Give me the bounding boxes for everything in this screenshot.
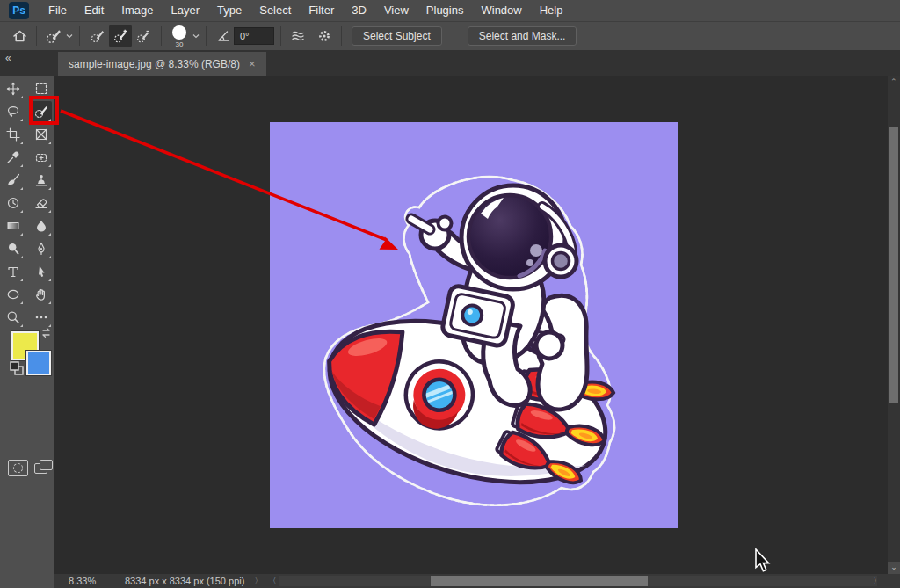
tool-gradient[interactable] — [3, 215, 24, 236]
blur-icon — [34, 219, 48, 233]
photoshop-window: Ps FileEditImageLayerTypeSelectFilter3DV… — [0, 0, 900, 588]
clone-stamp-icon — [34, 173, 48, 187]
crop-icon — [6, 127, 20, 142]
status-options-chevron-icon[interactable]: 〉 — [254, 574, 263, 588]
divider — [341, 26, 342, 46]
eraser-icon — [34, 196, 48, 210]
chevron-down-icon[interactable] — [66, 33, 73, 39]
ellipse-shape-icon — [6, 287, 20, 301]
mouse-cursor — [754, 548, 773, 573]
document-tab[interactable]: sample-image.jpg @ 8.33% (RGB/8) × — [58, 52, 266, 76]
tool-history-brush[interactable] — [3, 192, 24, 214]
tool-spot-healing[interactable] — [31, 147, 52, 168]
tool-type[interactable] — [3, 261, 24, 282]
tool-more-tools[interactable] — [31, 307, 52, 328]
tool-pen[interactable] — [31, 238, 52, 259]
scroll-down-icon[interactable]: ⌄ — [888, 562, 900, 574]
horizontal-scrollbar-thumb[interactable] — [431, 576, 648, 586]
document-image[interactable] — [270, 122, 678, 528]
tool-zoom[interactable] — [3, 307, 24, 328]
tool-ellipse-shape[interactable] — [3, 284, 24, 305]
brush-size-picker[interactable]: 30 — [168, 25, 191, 48]
screen-mode-icon — [40, 460, 53, 470]
angle-icon — [213, 25, 234, 47]
screen-mode-button[interactable] — [34, 460, 54, 476]
divider — [161, 26, 162, 46]
menu-plugins[interactable]: Plugins — [417, 0, 473, 21]
gear-icon[interactable] — [314, 25, 335, 47]
hand-icon — [34, 287, 48, 301]
tool-move[interactable] — [3, 78, 24, 99]
tool-highlight-box — [29, 96, 59, 125]
menu-items: FileEditImageLayerTypeSelectFilter3DView… — [40, 0, 571, 21]
tool-frame[interactable] — [31, 124, 52, 145]
zoom-icon — [6, 310, 20, 324]
menu-bar: Ps FileEditImageLayerTypeSelectFilter3DV… — [0, 0, 900, 21]
home-icon[interactable] — [9, 25, 30, 47]
type-icon — [6, 265, 20, 279]
more-tools-icon — [34, 310, 48, 324]
tool-clone-stamp[interactable] — [31, 170, 52, 191]
collapse-panel-icon[interactable]: « — [5, 52, 11, 64]
tool-dodge[interactable] — [3, 238, 24, 259]
menu-file[interactable]: File — [40, 0, 76, 21]
document-tab-bar: « sample-image.jpg @ 8.33% (RGB/8) × — [0, 50, 900, 76]
subtract-from-selection-mode-button[interactable] — [132, 25, 155, 47]
tool-lasso[interactable] — [3, 101, 24, 122]
add-to-selection-mode-button[interactable] — [109, 25, 132, 47]
menu-image[interactable]: Image — [112, 0, 162, 21]
astronaut-rocket-illustration — [270, 122, 678, 528]
history-brush-icon — [6, 196, 20, 210]
document-tab-title: sample-image.jpg @ 8.33% (RGB/8) — [69, 58, 240, 70]
quick-mask-circle-icon — [13, 463, 23, 473]
spot-healing-icon — [34, 150, 48, 164]
select-subject-button[interactable]: Select Subject — [352, 26, 442, 46]
tool-blur[interactable] — [31, 215, 52, 236]
scroll-right-icon[interactable]: 〉 — [873, 574, 882, 588]
menu-help[interactable]: Help — [531, 0, 572, 21]
quick-mask-button[interactable] — [8, 460, 28, 476]
eyedropper-icon — [6, 150, 20, 164]
select-and-mask-button[interactable]: Select and Mask... — [468, 26, 577, 46]
brush-icon — [6, 173, 20, 187]
dodge-icon — [6, 242, 20, 256]
tool-hand[interactable] — [31, 284, 52, 305]
document-size-text: 8334 px x 8334 px (150 ppi) — [125, 574, 244, 588]
divider — [461, 26, 461, 46]
zoom-level-field[interactable]: 8.33% — [69, 574, 96, 588]
menu-layer[interactable]: Layer — [163, 0, 209, 21]
gradient-icon — [6, 219, 20, 233]
tool-preset-brush-icon[interactable] — [43, 25, 64, 47]
frame-icon — [34, 127, 48, 142]
scroll-up-icon[interactable]: ⌃ — [890, 77, 897, 86]
chest-panel — [441, 285, 514, 347]
menu-edit[interactable]: Edit — [76, 0, 112, 21]
sample-all-layers-icon[interactable] — [287, 25, 308, 47]
divider — [79, 26, 80, 46]
tool-eyedropper[interactable] — [3, 147, 24, 168]
vertical-scrollbar-thumb[interactable] — [889, 127, 898, 403]
brush-size-value: 30 — [176, 40, 184, 48]
menu-window[interactable]: Window — [472, 0, 530, 21]
menu-3d[interactable]: 3D — [343, 0, 375, 21]
rectangular-marquee-icon — [34, 82, 48, 96]
chevron-down-icon[interactable] — [192, 33, 200, 39]
new-selection-mode-button[interactable] — [86, 25, 109, 47]
scroll-left-icon[interactable]: 〈 — [268, 574, 277, 588]
tool-eraser[interactable] — [31, 192, 52, 214]
menu-filter[interactable]: Filter — [300, 0, 343, 21]
menu-view[interactable]: View — [375, 0, 417, 21]
angle-input[interactable]: 0° — [234, 27, 274, 45]
background-color-swatch[interactable] — [26, 351, 51, 375]
close-tab-icon[interactable]: × — [249, 57, 256, 70]
pen-icon — [34, 242, 48, 256]
divider — [206, 26, 207, 46]
tools-panel — [0, 76, 54, 574]
tool-brush[interactable] — [3, 170, 24, 191]
default-colors-icon[interactable] — [10, 361, 25, 376]
menu-type[interactable]: Type — [208, 0, 250, 21]
swap-colors-icon[interactable] — [40, 327, 52, 338]
tool-crop[interactable] — [3, 124, 24, 145]
tool-path-selection[interactable] — [31, 261, 52, 282]
menu-select[interactable]: Select — [250, 0, 300, 21]
